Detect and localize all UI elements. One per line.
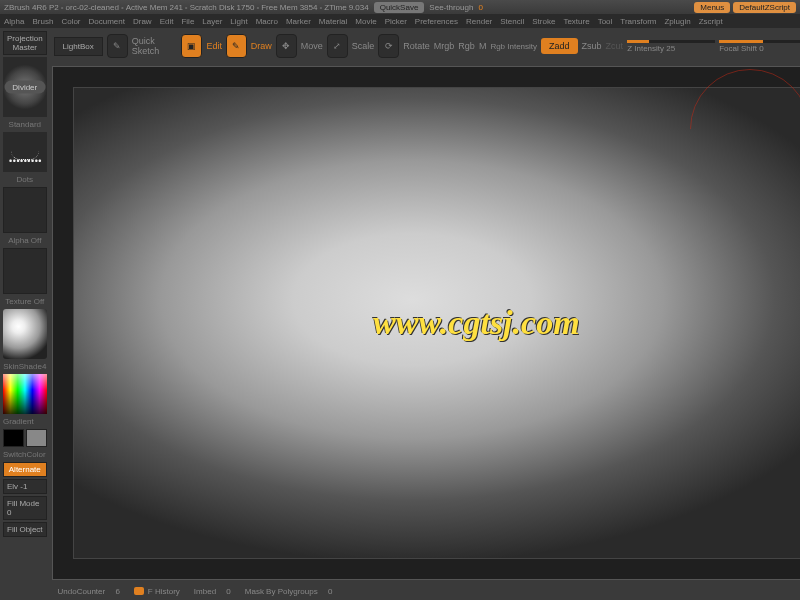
menu-document[interactable]: Document: [89, 17, 125, 26]
texture-selector[interactable]: [3, 248, 47, 294]
zadd-button[interactable]: Zadd: [541, 38, 578, 54]
focal-shift-value: 0: [759, 44, 763, 53]
menu-render[interactable]: Render: [466, 17, 492, 26]
menu-draw[interactable]: Draw: [133, 17, 152, 26]
menu-layer[interactable]: Layer: [202, 17, 222, 26]
draw-icon: ✎: [232, 41, 240, 51]
rotate-icon: ⟳: [385, 41, 393, 51]
undo-counter-value: 6: [115, 587, 119, 596]
file-name: orc-02-cleaned: [66, 3, 119, 12]
menus-button[interactable]: Menus: [694, 2, 730, 13]
menu-picker[interactable]: Picker: [385, 17, 407, 26]
brush-selector[interactable]: Divider: [3, 57, 47, 117]
z-intensity-value: 25: [666, 44, 675, 53]
watermark-text: www.cgtsj.com: [373, 304, 580, 342]
edit-icon: ▣: [187, 41, 196, 51]
elv-value[interactable]: Elv -1: [3, 479, 47, 494]
quicksketch-button[interactable]: ✎: [107, 34, 128, 58]
default-zscript-button[interactable]: DefaultZScript: [733, 2, 796, 13]
menu-tool[interactable]: Tool: [598, 17, 613, 26]
alpha-selector[interactable]: [3, 187, 47, 233]
left-tray: Projection Master Divider Standard Dots …: [0, 28, 50, 600]
viewport-canvas[interactable]: www.cgtsj.com: [52, 66, 800, 580]
fill-object-button[interactable]: Fill Object: [3, 522, 47, 537]
mask-polygroups-value[interactable]: 0: [328, 587, 332, 596]
history-button[interactable]: F History: [148, 587, 180, 596]
projection-master-button[interactable]: Projection Master: [3, 31, 47, 55]
top-toolbar: LightBox ✎ Quick Sketch ▣ Edit ✎ Draw ✥ …: [50, 28, 800, 64]
menu-movie[interactable]: Movie: [355, 17, 376, 26]
m-button[interactable]: M: [479, 41, 487, 51]
center-area: LightBox ✎ Quick Sketch ▣ Edit ✎ Draw ✥ …: [50, 28, 800, 600]
seethrough-value[interactable]: 0: [478, 3, 482, 12]
menu-bar: Alpha Brush Color Document Draw Edit Fil…: [0, 14, 800, 28]
quicksave-button[interactable]: QuickSave: [374, 2, 425, 13]
scale-button[interactable]: ⤢: [327, 34, 348, 58]
menu-stroke[interactable]: Stroke: [532, 17, 555, 26]
menu-stencil[interactable]: Stencil: [500, 17, 524, 26]
mrgb-button[interactable]: Mrgb: [434, 41, 455, 51]
menu-macro[interactable]: Macro: [256, 17, 278, 26]
menu-zscript[interactable]: Zscript: [699, 17, 723, 26]
title-bar: ZBrush 4R6 P2 • orc-02-cleaned • Active …: [0, 0, 800, 14]
rotate-button[interactable]: ⟳: [378, 34, 399, 58]
edit-button[interactable]: ▣: [181, 34, 202, 58]
rgb-button[interactable]: Rgb: [458, 41, 475, 51]
alpha-label: Alpha Off: [3, 235, 47, 246]
active-mem-value: 241: [170, 3, 183, 12]
menu-material[interactable]: Material: [319, 17, 347, 26]
draw-button[interactable]: ✎: [226, 34, 247, 58]
imbed-value[interactable]: 0: [226, 587, 230, 596]
history-indicator-icon: [134, 587, 144, 595]
brush-name: Divider: [4, 81, 45, 94]
menu-transform[interactable]: Transform: [620, 17, 656, 26]
menu-edit[interactable]: Edit: [160, 17, 174, 26]
swatch-primary[interactable]: [3, 429, 24, 447]
menu-alpha[interactable]: Alpha: [4, 17, 24, 26]
menu-preferences[interactable]: Preferences: [415, 17, 458, 26]
material-selector[interactable]: [3, 309, 47, 359]
menu-color[interactable]: Color: [61, 17, 80, 26]
app-name: ZBrush 4R6 P2: [4, 3, 59, 12]
bottom-bar: UndoCounter 6 F History Imbed 0 Mask By …: [50, 582, 800, 600]
pencil-icon: ✎: [113, 41, 121, 51]
stroke-label: Dots: [3, 174, 47, 185]
color-picker[interactable]: [3, 374, 47, 414]
z-intensity-slider[interactable]: [627, 40, 715, 43]
ztime-value: 9.034: [349, 3, 369, 12]
move-icon: ✥: [282, 41, 290, 51]
menu-brush[interactable]: Brush: [32, 17, 53, 26]
menu-file[interactable]: File: [181, 17, 194, 26]
stroke-selector[interactable]: [3, 132, 47, 172]
fill-mode-value[interactable]: Fill Mode 0: [3, 496, 47, 520]
lightbox-button[interactable]: LightBox: [54, 37, 103, 56]
swatch-secondary[interactable]: [26, 429, 47, 447]
focal-shift-slider[interactable]: [719, 40, 800, 43]
menu-marker[interactable]: Marker: [286, 17, 311, 26]
zsub-button[interactable]: Zsub: [582, 41, 602, 51]
texture-label: Texture Off: [3, 296, 47, 307]
menu-light[interactable]: Light: [230, 17, 247, 26]
switchcolor-label[interactable]: SwitchColor: [3, 449, 47, 460]
free-mem-value: 3854: [300, 3, 318, 12]
move-button[interactable]: ✥: [276, 34, 297, 58]
color-swatches[interactable]: [3, 429, 47, 447]
menu-texture[interactable]: Texture: [563, 17, 589, 26]
scratch-disk-value: 1750: [237, 3, 255, 12]
brush-label: Standard: [3, 119, 47, 130]
scale-icon: ⤢: [333, 41, 341, 51]
menu-zplugin[interactable]: Zplugin: [664, 17, 690, 26]
alternate-button[interactable]: Alternate: [3, 462, 47, 477]
gradient-label: Gradient: [3, 416, 47, 427]
material-label: SkinShade4: [3, 361, 47, 372]
zcut-button[interactable]: Zcut: [606, 41, 624, 51]
